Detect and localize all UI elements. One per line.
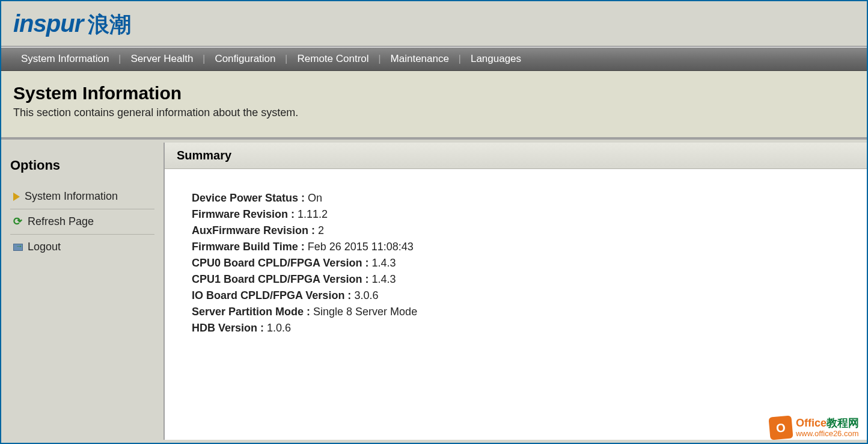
triangle-icon xyxy=(13,193,20,201)
nav-server-health[interactable]: Server Health xyxy=(120,53,204,65)
sidebar-item-label: System Information xyxy=(25,190,118,203)
row-hdb-version: HDB Version : 1.0.6 xyxy=(192,320,840,336)
nav-configuration[interactable]: Configuration xyxy=(204,53,286,65)
watermark-office: Office xyxy=(796,417,827,429)
row-auxfirmware-revision: AuxFirmware Revision : 2 xyxy=(192,223,840,239)
logo-cn: 浪潮 xyxy=(88,10,131,40)
nav-maintenance[interactable]: Maintenance xyxy=(380,53,460,65)
nav-remote-control[interactable]: Remote Control xyxy=(287,53,380,65)
info-value: 1.11.2 xyxy=(295,208,328,220)
content-area: Options System Information Refresh Page … xyxy=(1,140,867,440)
watermark-url: www.office26.com xyxy=(796,430,859,438)
row-server-partition-mode: Server Partition Mode : Single 8 Server … xyxy=(192,304,840,320)
info-label: AuxFirmware Revision : xyxy=(192,224,315,236)
logo: inspur 浪潮 xyxy=(13,10,131,40)
info-label: HDB Version : xyxy=(192,322,264,334)
page-subtitle: This section contains general informatio… xyxy=(13,106,855,119)
logout-icon xyxy=(13,242,23,252)
row-cpu0-board-version: CPU0 Board CPLD/FPGA Version : 1.4.3 xyxy=(192,255,840,271)
row-cpu1-board-version: CPU1 Board CPLD/FPGA Version : 1.4.3 xyxy=(192,271,840,288)
row-device-power-status: Device Power Status : On xyxy=(192,190,840,206)
refresh-icon xyxy=(13,217,23,227)
nav-bar: System Information Server Health Configu… xyxy=(1,47,867,71)
sidebar-item-system-information[interactable]: System Information xyxy=(10,184,154,209)
row-io-board-version: IO Board CPLD/FPGA Version : 3.0.6 xyxy=(192,288,840,304)
info-label: CPU0 Board CPLD/FPGA Version : xyxy=(192,257,368,269)
logo-text: inspur xyxy=(13,10,83,37)
sidebar-title: Options xyxy=(10,158,154,173)
watermark-line1: Office教程网 xyxy=(796,418,859,430)
panel-body: Device Power Status : On Firmware Revisi… xyxy=(165,169,867,357)
watermark: O Office教程网 www.office26.com xyxy=(769,416,859,439)
info-value: Feb 26 2015 11:08:43 xyxy=(305,241,414,253)
nav-system-information[interactable]: System Information xyxy=(10,53,120,65)
info-value: 3.0.6 xyxy=(351,289,378,301)
watermark-cn: 教程网 xyxy=(827,417,859,429)
info-label: CPU1 Board CPLD/FPGA Version : xyxy=(192,273,368,285)
page-header: System Information This section contains… xyxy=(1,71,867,140)
info-label: Server Partition Mode : xyxy=(192,306,310,318)
nav-languages[interactable]: Languages xyxy=(460,53,532,65)
panel-title: Summary xyxy=(165,143,867,169)
page-title: System Information xyxy=(13,83,855,103)
info-label: Firmware Revision : xyxy=(192,208,295,220)
app-frame: inspur 浪潮 System Information Server Heal… xyxy=(0,0,868,444)
sidebar-item-label: Refresh Page xyxy=(28,215,94,228)
info-value: 1.4.3 xyxy=(368,257,396,269)
info-label: Device Power Status : xyxy=(192,192,305,204)
row-firmware-revision: Firmware Revision : 1.11.2 xyxy=(192,206,840,223)
sidebar-item-refresh-page[interactable]: Refresh Page xyxy=(10,209,154,235)
info-value: Single 8 Server Mode xyxy=(310,306,417,318)
row-firmware-build-time: Firmware Build Time : Feb 26 2015 11:08:… xyxy=(192,239,840,255)
info-value: 2 xyxy=(315,224,324,236)
info-value: On xyxy=(305,192,322,204)
watermark-icon: O xyxy=(768,415,793,440)
info-label: IO Board CPLD/FPGA Version : xyxy=(192,289,351,301)
main-panel: Summary Device Power Status : On Firmwar… xyxy=(164,143,867,440)
info-value: 1.4.3 xyxy=(368,273,396,285)
info-label: Firmware Build Time : xyxy=(192,241,305,253)
sidebar: Options System Information Refresh Page … xyxy=(1,140,164,440)
sidebar-item-label: Logout xyxy=(28,241,61,253)
header-bar: inspur 浪潮 xyxy=(1,1,867,47)
watermark-text: Office教程网 www.office26.com xyxy=(796,418,859,438)
sidebar-item-logout[interactable]: Logout xyxy=(10,235,154,259)
info-value: 1.0.6 xyxy=(264,322,291,334)
